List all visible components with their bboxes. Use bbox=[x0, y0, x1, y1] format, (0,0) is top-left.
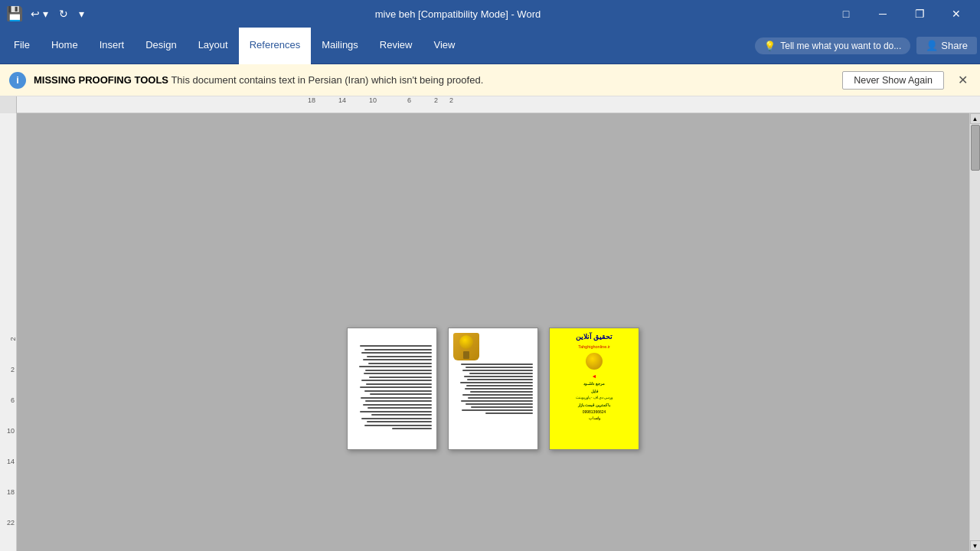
page3-line2: فایل bbox=[591, 389, 598, 393]
text-line bbox=[466, 367, 533, 368]
text-line bbox=[366, 383, 432, 385]
info-icon: i bbox=[9, 72, 26, 89]
never-show-button[interactable]: Never Show Again bbox=[842, 71, 944, 90]
page-thumbnail-3[interactable]: تحقیق آنلاین Tahghighonline.ir ◄ مرجع دا… bbox=[549, 328, 639, 450]
main-area: 2 2 6 10 14 18 22 bbox=[0, 113, 980, 551]
text-line bbox=[364, 425, 432, 426]
page3-icon bbox=[586, 353, 603, 370]
text-line bbox=[462, 409, 533, 411]
text-line bbox=[361, 352, 432, 354]
left-ruler-mark-18: 18 bbox=[7, 488, 15, 496]
page3-line4: با کمترین قیمت بازار bbox=[578, 403, 610, 408]
text-line bbox=[367, 421, 432, 422]
ruler-corner bbox=[0, 96, 17, 113]
left-ruler-mark-14: 14 bbox=[7, 458, 15, 465]
title-bar: 💾 ↩ ▾ ↻ ▾ mive beh [Compatibility Mode] … bbox=[0, 0, 980, 28]
page2-text-lines bbox=[453, 364, 533, 414]
text-line bbox=[465, 388, 533, 390]
text-line bbox=[392, 428, 432, 429]
text-line bbox=[367, 356, 432, 357]
page3-line1: مرجع دانلـــود bbox=[583, 381, 604, 386]
page3-extra: واتساپ bbox=[589, 416, 600, 420]
share-button[interactable]: 👤 Share bbox=[916, 37, 977, 54]
ruler-mark-2b: 2 bbox=[449, 96, 453, 104]
left-ruler-mark-2b: 2 bbox=[11, 366, 15, 373]
scroll-track[interactable] bbox=[970, 124, 981, 540]
close-button[interactable]: ✕ bbox=[939, 0, 974, 28]
ribbon: File Home Insert Design Layout Reference… bbox=[0, 28, 980, 64]
tab-view[interactable]: View bbox=[423, 28, 466, 64]
left-ruler-mark-10: 10 bbox=[7, 427, 15, 435]
page-thumbnail-1[interactable] bbox=[347, 328, 437, 450]
text-line bbox=[462, 394, 533, 396]
scroll-thumb[interactable] bbox=[971, 125, 980, 171]
notification-bar: i MISSING PROOFING TOOLS This document c… bbox=[0, 64, 980, 96]
page-thumbnail-2[interactable] bbox=[448, 328, 538, 450]
text-line bbox=[371, 414, 432, 416]
text-line bbox=[466, 403, 533, 405]
ruler-numbers: 18 14 10 6 2 2 bbox=[17, 96, 980, 112]
text-line bbox=[363, 359, 432, 360]
share-label: Share bbox=[941, 40, 968, 51]
text-line bbox=[360, 411, 432, 412]
horizontal-ruler-area: 18 14 10 6 2 2 bbox=[0, 96, 980, 113]
text-line bbox=[361, 380, 432, 381]
vertical-scrollbar[interactable]: ▲ ▼ bbox=[969, 113, 980, 551]
tab-references[interactable]: References bbox=[239, 28, 311, 64]
tell-me-input[interactable]: 💡 Tell me what you want to do... bbox=[755, 37, 910, 54]
text-line bbox=[485, 412, 533, 414]
minimize-button[interactable]: ─ bbox=[865, 0, 900, 28]
ruler-mark-14: 14 bbox=[338, 96, 346, 104]
left-ruler-mark-2: 2 bbox=[8, 337, 16, 341]
tell-me-label: Tell me what you want to do... bbox=[780, 41, 901, 51]
notification-close-button[interactable]: ✕ bbox=[955, 70, 971, 90]
lightbulb-icon: 💡 bbox=[764, 41, 776, 51]
save-icon[interactable]: 💾 bbox=[6, 5, 23, 22]
window-title: mive beh [Compatibility Mode] - Word bbox=[87, 8, 828, 20]
text-line bbox=[364, 373, 432, 374]
text-line bbox=[360, 345, 432, 347]
title-bar-left: 💾 ↩ ▾ ↻ ▾ bbox=[6, 5, 87, 22]
text-line bbox=[471, 406, 533, 408]
scroll-up-button[interactable]: ▲ bbox=[970, 113, 981, 124]
document-canvas[interactable]: تحقیق آنلاین Tahghighonline.ir ◄ مرجع دا… bbox=[17, 113, 969, 551]
tab-home[interactable]: Home bbox=[41, 28, 89, 64]
page3-site: Tahghighonline.ir bbox=[578, 344, 610, 349]
pages-row: تحقیق آنلاین Tahghighonline.ir ◄ مرجع دا… bbox=[347, 328, 639, 450]
notification-title: MISSING PROOFING TOOLS bbox=[34, 74, 168, 86]
left-ruler-mark-22: 22 bbox=[7, 519, 15, 527]
scroll-down-button[interactable]: ▼ bbox=[970, 540, 981, 551]
tab-mailings[interactable]: Mailings bbox=[311, 28, 369, 64]
undo-button[interactable]: ↩ ▾ bbox=[28, 6, 51, 21]
vertical-ruler: 2 2 6 10 14 18 22 bbox=[0, 113, 17, 551]
page3-title: تحقیق آنلاین bbox=[576, 333, 613, 342]
ruler-mark-10: 10 bbox=[369, 96, 377, 104]
ribbon-right: 💡 Tell me what you want to do... 👤 Share bbox=[755, 37, 977, 54]
page3-line3: وردـی دی اف - پاورپوینت bbox=[576, 396, 613, 400]
page2-content bbox=[449, 328, 537, 449]
text-line bbox=[364, 349, 432, 350]
text-line bbox=[365, 370, 432, 371]
text-line bbox=[469, 373, 533, 374]
text-line bbox=[470, 391, 533, 393]
text-line bbox=[368, 363, 432, 364]
tab-design[interactable]: Design bbox=[135, 28, 187, 64]
text-line bbox=[370, 393, 432, 395]
redo-button[interactable]: ↻ bbox=[56, 6, 71, 21]
text-line bbox=[361, 397, 432, 399]
tab-insert[interactable]: Insert bbox=[89, 28, 136, 64]
notification-text: MISSING PROOFING TOOLS This document con… bbox=[34, 74, 835, 86]
text-line bbox=[461, 364, 533, 365]
tab-layout[interactable]: Layout bbox=[188, 28, 239, 64]
title-bar-controls: □ ─ ❐ ✕ bbox=[828, 0, 974, 28]
tab-file[interactable]: File bbox=[3, 28, 41, 64]
ruler-mark-6: 6 bbox=[407, 96, 411, 104]
text-line bbox=[467, 379, 533, 380]
text-line bbox=[462, 370, 533, 371]
text-line bbox=[461, 400, 533, 402]
restore-button[interactable]: ❐ bbox=[902, 0, 937, 28]
customize-qat[interactable]: ▾ bbox=[76, 6, 87, 21]
text-line bbox=[360, 386, 432, 388]
restore-helper-button[interactable]: □ bbox=[828, 0, 864, 28]
tab-review[interactable]: Review bbox=[369, 28, 423, 64]
